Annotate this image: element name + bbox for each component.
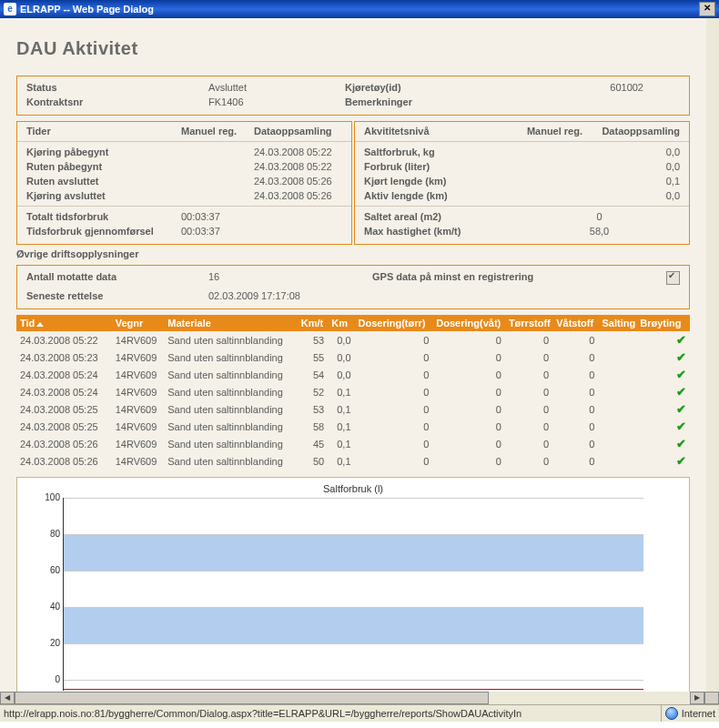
- scroll-left-button[interactable]: ◀: [0, 692, 15, 704]
- table-row[interactable]: 24.03.2008 05:2214RV609Sand uten saltinn…: [16, 331, 690, 349]
- cell-dos-torr: 0: [355, 400, 433, 418]
- th-materiale[interactable]: Materiale: [164, 315, 298, 331]
- th-salting[interactable]: Salting: [598, 315, 636, 331]
- cell-torrstoff: 0: [505, 452, 552, 470]
- tider-total-value: 00:03:37: [181, 209, 220, 224]
- th-vegnr[interactable]: Vegnr: [112, 315, 165, 331]
- aktivitet-row-manual: [501, 174, 582, 188]
- cell-vatstoff: 0: [552, 366, 598, 383]
- cell-dos-vat: 0: [432, 349, 505, 366]
- table-row[interactable]: 24.03.2008 05:2614RV609Sand uten saltinn…: [16, 435, 690, 452]
- table-row[interactable]: 24.03.2008 05:2514RV609Sand uten saltinn…: [16, 400, 690, 418]
- aktivitet-row-label: Forbruk (liter): [364, 159, 501, 174]
- internet-zone-icon: [665, 707, 678, 720]
- drift-gps-label: GPS data på minst en registrering: [372, 269, 653, 288]
- cell-vegnr: 14RV609: [112, 400, 165, 418]
- cell-dos-vat: 0: [432, 400, 505, 418]
- gps-checkbox[interactable]: [666, 271, 680, 285]
- table-row[interactable]: 24.03.2008 05:2614RV609Sand uten saltinn…: [16, 452, 690, 470]
- tider-total-row: Tidsforbruk gjennomførsel00:03:37: [26, 224, 342, 238]
- cell-km: 0,1: [328, 418, 354, 435]
- aktivitet-col-manual: Manuel reg.: [501, 126, 582, 138]
- cell-torrstoff: 0: [505, 383, 552, 400]
- aktivitet-row: Aktiv lengde (km)0,0: [364, 188, 680, 203]
- cell-vatstoff: 0: [552, 400, 598, 418]
- th-torrstoff[interactable]: Tørrstoff: [505, 315, 552, 331]
- th-dos-torr[interactable]: Dosering(tørr): [355, 315, 433, 331]
- cell-salting: [598, 383, 636, 400]
- cell-salting: [598, 349, 636, 366]
- statusbar-url: http://elrapp.nois.no:81/byggherre/Commo…: [4, 705, 662, 722]
- th-dos-vat[interactable]: Dosering(våt): [432, 315, 505, 331]
- check-icon: ✔: [676, 454, 686, 468]
- horizontal-scrollbar[interactable]: ◀ ▶: [0, 692, 719, 704]
- cell-km: 0,0: [328, 366, 354, 383]
- data-table: Tid Vegnr Materiale Km/t Km Dosering(tør…: [16, 315, 690, 470]
- scroll-thumb[interactable]: [706, 33, 719, 344]
- status-label: Status: [26, 80, 208, 95]
- check-icon: ✔: [676, 385, 686, 399]
- aktivitet-title: Akvititetsnivå: [364, 126, 501, 136]
- tider-col-manual: Manuel reg.: [181, 126, 254, 138]
- vertical-scrollbar[interactable]: ▲ ▼: [706, 18, 719, 692]
- chart-ytick: 0: [35, 674, 60, 684]
- tider-row-data: 24.03.2008 05:22: [254, 145, 342, 159]
- cell-dos-vat: 0: [432, 383, 505, 400]
- cell-broyting: ✔: [636, 452, 690, 470]
- cell-tid: 24.03.2008 05:26: [16, 435, 112, 452]
- cell-dos-torr: 0: [355, 366, 433, 383]
- cell-materiale: Sand uten saltinnblanding: [164, 383, 298, 400]
- sort-asc-icon: [36, 322, 44, 327]
- cell-torrstoff: 0: [505, 366, 552, 383]
- aktivitet-total-row: Saltet areal (m2)0: [364, 209, 680, 224]
- hscroll-thumb[interactable]: [15, 692, 489, 704]
- aktivitet-row-manual: [501, 145, 582, 159]
- th-tid[interactable]: Tid: [16, 315, 112, 331]
- cell-kmt: 52: [298, 383, 328, 400]
- aktivitet-total-value: 58,0: [519, 224, 680, 238]
- aktivitet-total-row: Max hastighet (km/t)58,0: [364, 224, 680, 238]
- cell-dos-torr: 0: [355, 435, 433, 452]
- page-body: ▲ ▼ DAU Aktivitet Status Avsluttet Kjøre…: [0, 18, 719, 692]
- table-row[interactable]: 24.03.2008 05:2414RV609Sand uten saltinn…: [16, 366, 690, 383]
- remarks-label: Bemerkninger: [345, 95, 481, 109]
- cell-vatstoff: 0: [552, 349, 598, 366]
- tider-row: Ruten avsluttet24.03.2008 05:26: [26, 174, 342, 188]
- table-row[interactable]: 24.03.2008 05:2414RV609Sand uten saltinn…: [16, 383, 690, 400]
- cell-broyting: ✔: [636, 400, 690, 418]
- cell-vegnr: 14RV609: [112, 435, 165, 452]
- tider-row-label: Ruten påbegynt: [26, 159, 181, 174]
- table-row[interactable]: 24.03.2008 05:2314RV609Sand uten saltinn…: [16, 349, 690, 366]
- cell-dos-torr: 0: [355, 452, 433, 470]
- scroll-right-button[interactable]: ▶: [690, 692, 704, 704]
- aktivitet-row-manual: [501, 188, 582, 203]
- chart-gridline: [64, 534, 643, 535]
- close-button[interactable]: ✕: [699, 2, 715, 16]
- cell-vegnr: 14RV609: [112, 383, 165, 400]
- aktivitet-col-data: Dataoppsamling: [582, 126, 680, 138]
- cell-materiale: Sand uten saltinnblanding: [164, 331, 298, 349]
- cell-kmt: 58: [298, 418, 328, 435]
- cell-km: 0,1: [328, 383, 354, 400]
- cell-torrstoff: 0: [505, 349, 552, 366]
- aktivitet-row-label: Kjørt lengde (km): [364, 174, 501, 188]
- th-broyting[interactable]: Brøyting: [636, 315, 690, 331]
- aktivitet-row-label: Saltforbruk, kg: [364, 145, 501, 159]
- table-row[interactable]: 24.03.2008 05:2514RV609Sand uten saltinn…: [16, 418, 690, 435]
- hscroll-track[interactable]: [15, 692, 690, 704]
- cell-tid: 24.03.2008 05:26: [16, 452, 112, 470]
- two-col-wrapper: Tider Manuel reg. Dataoppsamling Kjøring…: [16, 121, 690, 245]
- aktivitet-total-value: 0: [519, 209, 680, 224]
- th-km[interactable]: Km: [328, 315, 354, 331]
- cell-kmt: 55: [298, 349, 328, 366]
- th-vatstoff[interactable]: Våtstoff: [552, 315, 598, 331]
- aktivitet-row-data: 0,0: [582, 159, 680, 174]
- cell-vegnr: 14RV609: [112, 366, 165, 383]
- aktivitet-row-data: 0,0: [582, 145, 680, 159]
- scroll-up-button[interactable]: ▲: [706, 18, 719, 33]
- aktivitet-row-data: 0,0: [582, 188, 680, 203]
- cell-torrstoff: 0: [505, 435, 552, 452]
- th-kmt[interactable]: Km/t: [298, 315, 328, 331]
- cell-materiale: Sand uten saltinnblanding: [164, 418, 298, 435]
- scroll-down-button[interactable]: ▼: [706, 677, 719, 692]
